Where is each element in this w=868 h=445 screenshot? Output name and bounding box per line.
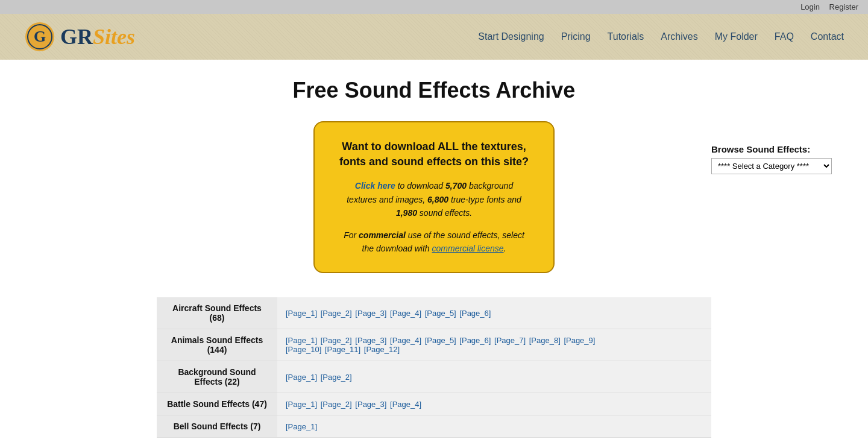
page-link[interactable]: [Page_1] — [286, 373, 317, 382]
promo-headline: Want to download ALL the textures, fonts… — [339, 139, 529, 169]
category-name: Bell Sound Effects (7) — [157, 415, 277, 438]
textures-count: 5,700 — [445, 181, 467, 191]
browse-category-select[interactable]: **** Select a Category **** — [711, 158, 832, 174]
page-link[interactable]: [Page_3] — [355, 336, 386, 345]
page-link[interactable]: [Page_8] — [529, 336, 561, 345]
category-name: Animals Sound Effects (144) — [157, 329, 277, 361]
header: G GRSites Start Designing Pricing Tutori… — [0, 14, 868, 60]
page-link[interactable]: [Page_5] — [425, 336, 456, 345]
top-bar: Login Register — [0, 0, 868, 14]
svg-text:G: G — [34, 28, 46, 45]
nav-tutorials[interactable]: Tutorials — [608, 31, 644, 42]
category-pages: [Page_1] [Page_2] — [277, 361, 711, 393]
promo-box: Want to download ALL the textures, fonts… — [313, 121, 555, 273]
page-link[interactable]: [Page_4] — [390, 400, 421, 409]
promo-body: Click here to download 5,700 background … — [339, 179, 529, 219]
page-link[interactable]: [Page_10] — [286, 345, 321, 354]
login-link[interactable]: Login — [800, 2, 820, 11]
page-link[interactable]: [Page_7] — [494, 336, 526, 345]
page-link[interactable]: [Page_9] — [564, 336, 595, 345]
page-link[interactable]: [Page_1] — [286, 336, 317, 345]
category-name: Battle Sound Effects (47) — [157, 393, 277, 415]
logo-text: GRSites — [60, 24, 135, 49]
effects-table: Aircraft Sound Effects (68)[Page_1] [Pag… — [157, 297, 711, 438]
nav-archives[interactable]: Archives — [661, 31, 697, 42]
content-area: Browse Sound Effects: **** Select a Cate… — [0, 60, 868, 445]
register-link[interactable]: Register — [829, 2, 858, 11]
logo-area[interactable]: G GRSites — [24, 21, 135, 52]
page-link[interactable]: [Page_2] — [321, 400, 352, 409]
category-pages: [Page_1] [Page_2] [Page_3] [Page_4] — [277, 393, 711, 415]
page-link[interactable]: [Page_3] — [355, 309, 386, 318]
logo-icon: G — [24, 21, 55, 52]
nav-my-folder[interactable]: My Folder — [715, 31, 758, 42]
page-link[interactable]: [Page_3] — [355, 400, 386, 409]
table-row: Bell Sound Effects (7)[Page_1] — [157, 415, 711, 438]
page-link[interactable]: [Page_4] — [390, 309, 421, 318]
table-row: Animals Sound Effects (144)[Page_1] [Pag… — [157, 329, 711, 361]
table-row: Battle Sound Effects (47)[Page_1] [Page_… — [157, 393, 711, 415]
category-name: Aircraft Sound Effects (68) — [157, 297, 277, 329]
page-link[interactable]: [Page_2] — [321, 309, 352, 318]
commercial-license-link[interactable]: commercial license — [432, 244, 504, 253]
category-name: Background Sound Effects (22) — [157, 361, 277, 393]
nav-contact[interactable]: Contact — [811, 31, 844, 42]
promo-commercial: For commercial use of the sound effects,… — [339, 229, 529, 256]
browse-panel: Browse Sound Effects: **** Select a Cate… — [711, 144, 832, 174]
page-link[interactable]: [Page_2] — [321, 373, 352, 382]
page-link[interactable]: [Page_6] — [459, 309, 491, 318]
page-link[interactable]: [Page_1] — [286, 422, 317, 431]
nav-pricing[interactable]: Pricing — [561, 31, 591, 42]
main-content: Free Sound Effects Archive Want to downl… — [145, 60, 723, 445]
click-here-link[interactable]: Click here — [355, 181, 395, 191]
sounds-count: 1,980 — [396, 208, 417, 218]
fonts-count: 6,800 — [427, 195, 448, 204]
nav-start-designing[interactable]: Start Designing — [478, 31, 544, 42]
page-title: Free Sound Effects Archive — [157, 78, 711, 103]
commercial-bold: commercial — [359, 230, 406, 240]
browse-label: Browse Sound Effects: — [711, 144, 832, 154]
nav-faq[interactable]: FAQ — [775, 31, 794, 42]
page-link[interactable]: [Page_1] — [286, 400, 317, 409]
table-row: Aircraft Sound Effects (68)[Page_1] [Pag… — [157, 297, 711, 329]
page-link[interactable]: [Page_6] — [459, 336, 491, 345]
page-link[interactable]: [Page_11] — [325, 345, 360, 354]
category-pages: [Page_1] [Page_2] [Page_3] [Page_4] [Pag… — [277, 297, 711, 329]
page-link[interactable]: [Page_2] — [321, 336, 352, 345]
main-nav: Start Designing Pricing Tutorials Archiv… — [478, 31, 844, 42]
category-pages: [Page_1] [Page_2] [Page_3] [Page_4] [Pag… — [277, 329, 711, 361]
effects-tbody: Aircraft Sound Effects (68)[Page_1] [Pag… — [157, 297, 711, 438]
page-link[interactable]: [Page_1] — [286, 309, 317, 318]
page-link[interactable]: [Page_12] — [364, 345, 400, 354]
page-link[interactable]: [Page_4] — [390, 336, 421, 345]
category-pages: [Page_1] — [277, 415, 711, 438]
table-row: Background Sound Effects (22)[Page_1] [P… — [157, 361, 711, 393]
page-link[interactable]: [Page_5] — [425, 309, 456, 318]
